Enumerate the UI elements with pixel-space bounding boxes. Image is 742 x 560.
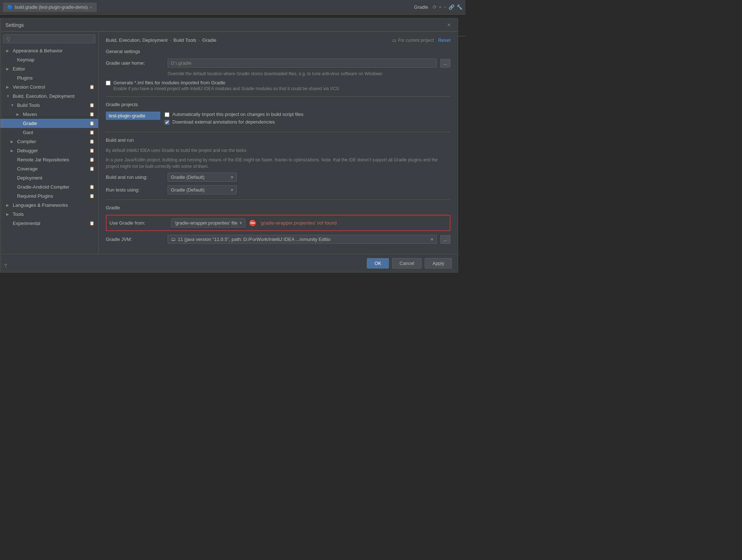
sidebar-item-label: Plugins bbox=[17, 75, 33, 81]
sidebar-item-version-control[interactable]: ▶ Version Control 📋 bbox=[0, 82, 98, 92]
arrow-icon: ▶ bbox=[6, 85, 11, 89]
copy-icon: 📋 bbox=[89, 121, 95, 126]
gradle-jvm-icon: 🗂 bbox=[171, 237, 176, 242]
project-item[interactable]: test-plugin-gradle bbox=[106, 112, 160, 120]
sidebar-item-tools[interactable]: ▶ Tools bbox=[0, 210, 98, 219]
copy-icon: 📋 bbox=[89, 194, 95, 198]
sidebar-item-remote-jar[interactable]: Remote Jar Repositories 📋 bbox=[0, 155, 98, 164]
copy-icon: 📋 bbox=[89, 157, 95, 162]
breadcrumb-current: Gradle bbox=[202, 37, 216, 43]
gradle-file-icon: 🔵 bbox=[7, 5, 13, 10]
sidebar-item-experimental[interactable]: Experimental 📋 bbox=[0, 219, 98, 228]
sidebar-item-keymap[interactable]: Keymap bbox=[0, 55, 98, 64]
sidebar-item-deployment[interactable]: Deployment bbox=[0, 173, 98, 182]
gradle-jvm-dropdown[interactable]: 🗂 11 (java version "11.0.5", path: D:/Fo… bbox=[168, 235, 437, 244]
arrow-icon: ▶ bbox=[6, 67, 11, 71]
arrow-icon: ▶ bbox=[6, 203, 11, 207]
link-icon[interactable]: 🔗 bbox=[449, 4, 454, 10]
sidebar-item-label: Compiler bbox=[17, 139, 36, 144]
sidebar-item-label: Experimental bbox=[13, 221, 40, 226]
generate-iml-label: Generate *.iml files for modules importe… bbox=[113, 80, 339, 85]
reset-button[interactable]: Reset bbox=[438, 37, 450, 43]
sidebar-item-languages[interactable]: ▶ Languages & Frameworks bbox=[0, 201, 98, 210]
download-annotations-checkbox[interactable] bbox=[165, 120, 169, 125]
auto-import-row: Automatically import this project on cha… bbox=[165, 112, 450, 117]
generate-iml-checkbox[interactable] bbox=[106, 81, 111, 85]
dialog-body: ▶ Appearance & Behavior Keymap ▶ Editor … bbox=[0, 32, 458, 254]
cancel-button[interactable]: Cancel bbox=[392, 258, 422, 269]
sidebar-item-gradle-android[interactable]: Gradle-Android Compiler 📋 bbox=[0, 182, 98, 192]
use-gradle-value: 'gradle-wrapper.properties' file bbox=[175, 220, 237, 226]
run-tests-dropdown[interactable]: Gradle (Default) ▾ bbox=[168, 185, 237, 194]
dialog-close-button[interactable]: × bbox=[445, 22, 453, 28]
sidebar-item-label: Debugger bbox=[17, 148, 38, 153]
arrow-icon: ▶ bbox=[16, 112, 21, 116]
sidebar-item-label: Required Plugins bbox=[17, 193, 53, 199]
sidebar-item-appearance[interactable]: ▶ Appearance & Behavior bbox=[0, 46, 98, 55]
build-run-using-value: Gradle (Default) bbox=[171, 174, 204, 180]
sidebar-item-label: Version Control bbox=[13, 84, 45, 90]
generate-iml-text: Generate *.iml files for modules importe… bbox=[113, 80, 339, 91]
sidebar-item-debugger[interactable]: ▶ Debugger 📋 bbox=[0, 146, 98, 155]
dropdown-arrow-icon: ▾ bbox=[231, 187, 233, 193]
dialog-title: Settings bbox=[5, 22, 24, 28]
sidebar-item-coverage[interactable]: Coverage 📋 bbox=[0, 164, 98, 173]
project-checkboxes: Automatically import this project on cha… bbox=[165, 112, 450, 127]
search-box bbox=[0, 32, 98, 46]
download-annotations-label: Download external annotations for depend… bbox=[172, 119, 275, 125]
gradle-jvm-row: Gradle JVM: 🗂 11 (java version "11.0.5",… bbox=[106, 235, 450, 244]
help-button[interactable]: ? bbox=[4, 263, 7, 269]
dropdown-arrow-icon: ▾ bbox=[431, 237, 433, 242]
sidebar-item-label: Languages & Frameworks bbox=[13, 202, 68, 208]
copy-icon: 📋 bbox=[89, 85, 95, 89]
sidebar-item-label: Tools bbox=[13, 211, 24, 217]
gradle-jvm-browse-button[interactable]: ... bbox=[440, 235, 450, 244]
gradle-home-browse-button[interactable]: ... bbox=[440, 59, 450, 68]
gradle-user-home-input[interactable] bbox=[168, 59, 437, 68]
sidebar-item-build-execution[interactable]: ▼ Build, Execution, Deployment bbox=[0, 92, 98, 101]
breadcrumb-project: 🗂 For current project bbox=[392, 38, 434, 43]
sidebar-item-label: Keymap bbox=[17, 57, 35, 63]
sidebar-item-build-tools[interactable]: ▼ Build Tools 📋 bbox=[0, 101, 98, 110]
search-input[interactable] bbox=[3, 35, 95, 43]
build-run-header: Build and run bbox=[106, 137, 450, 143]
generate-iml-hint: Enable if you have a mixed project with … bbox=[113, 86, 339, 91]
wrench-icon[interactable]: 🔧 bbox=[457, 4, 462, 10]
gradle-panel-title: Gradle bbox=[414, 4, 428, 10]
copy-icon: 📋 bbox=[89, 221, 95, 226]
refresh-icon[interactable]: ⟳ bbox=[433, 4, 437, 10]
sidebar-item-gant[interactable]: Gant 📋 bbox=[0, 128, 98, 137]
use-gradle-label: Use Gradle from: bbox=[109, 220, 168, 226]
breadcrumb-sep1: › bbox=[170, 37, 171, 43]
sidebar-item-plugins[interactable]: Plugins bbox=[0, 73, 98, 82]
sidebar-item-editor[interactable]: ▶ Editor bbox=[0, 64, 98, 73]
arrow-icon: ▼ bbox=[11, 103, 15, 107]
apply-button[interactable]: Apply bbox=[425, 258, 452, 269]
gradle-section: Gradle Use Gradle from: 'gradle-wrapper.… bbox=[106, 205, 450, 244]
use-gradle-dropdown[interactable]: 'gradle-wrapper.properties' file ▾ bbox=[171, 218, 245, 227]
breadcrumb-right: 🗂 For current project Reset bbox=[392, 37, 450, 43]
editor-bar: 🔵 build.gradle (test-plugin-gradle-demo)… bbox=[0, 0, 465, 15]
sidebar-item-required-plugins[interactable]: Required Plugins 📋 bbox=[0, 192, 98, 201]
breadcrumb: Build, Execution, Deployment › Build Too… bbox=[106, 37, 450, 43]
sidebar-item-label: Build Tools bbox=[17, 102, 40, 108]
gradle-jvm-label: Gradle JVM: bbox=[106, 237, 164, 242]
sidebar-item-maven[interactable]: ▶ Maven 📋 bbox=[0, 110, 98, 119]
minus-icon[interactable]: − bbox=[444, 4, 446, 10]
arrow-icon: ▶ bbox=[11, 149, 15, 153]
sidebar-item-label: Coverage bbox=[17, 166, 37, 172]
sidebar-item-label: Appearance & Behavior bbox=[13, 48, 63, 53]
gradle-section-header: Gradle bbox=[106, 205, 450, 210]
editor-tab-label: build.gradle (test-plugin-gradle-demo) bbox=[15, 5, 88, 10]
editor-tab[interactable]: 🔵 build.gradle (test-plugin-gradle-demo)… bbox=[3, 3, 97, 12]
add-icon[interactable]: + bbox=[439, 4, 442, 10]
copy-icon: 📋 bbox=[89, 112, 95, 117]
build-run-using-dropdown[interactable]: Gradle (Default) ▾ bbox=[168, 173, 237, 182]
ok-button[interactable]: OK bbox=[367, 258, 389, 269]
run-tests-label: Run tests using: bbox=[106, 187, 164, 193]
auto-import-checkbox[interactable] bbox=[165, 112, 169, 117]
editor-tab-close[interactable]: × bbox=[90, 5, 92, 9]
sidebar-item-compiler[interactable]: ▶ Compiler 📋 bbox=[0, 137, 98, 146]
sidebar-item-gradle[interactable]: Gradle 📋 bbox=[0, 119, 98, 128]
project-icon: 🗂 bbox=[392, 38, 397, 43]
